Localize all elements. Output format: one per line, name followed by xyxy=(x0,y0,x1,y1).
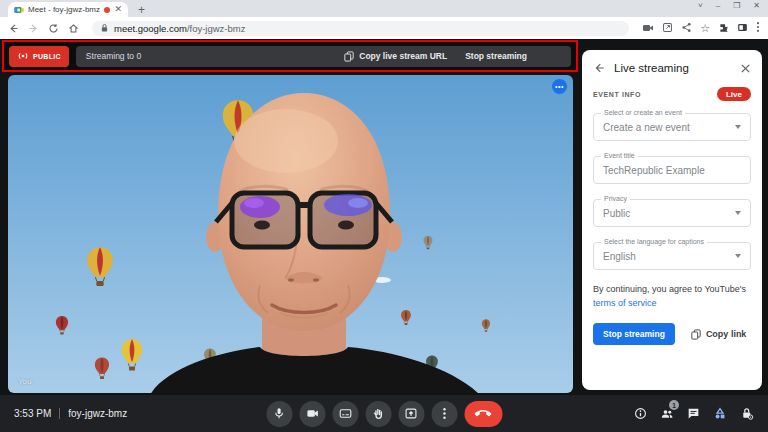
live-badge: Live xyxy=(717,87,751,101)
event-select-field[interactable]: Select or create an event Create a new e… xyxy=(593,113,751,141)
window-restore-down-icon[interactable]: ˅ xyxy=(698,2,703,10)
copy-link-button[interactable]: Copy link xyxy=(691,329,747,340)
info-icon xyxy=(634,407,647,420)
participants-count-badge: 1 xyxy=(669,400,679,410)
window-maximize-icon[interactable]: ❒ xyxy=(733,2,740,10)
url-bar[interactable]: meet.google.com/foy-jgwz-bmz xyxy=(92,21,629,36)
captions-language-field[interactable]: Select the language for captions English xyxy=(593,242,751,270)
browser-window: Meet - foy-jgwz-bmz ✕ + ˅ – ❒ ✕ meet.goo… xyxy=(0,0,768,432)
chevron-down-icon xyxy=(735,125,741,129)
you-label: You xyxy=(18,377,32,386)
meet-page: PUBLIC Streaming to 0 Copy live stream U… xyxy=(0,39,768,432)
recording-dot-icon xyxy=(104,7,110,13)
microphone-icon xyxy=(273,407,286,420)
balloon xyxy=(87,247,113,286)
activities-icon xyxy=(713,407,727,420)
lock-icon xyxy=(100,23,109,33)
camera-in-use-icon[interactable] xyxy=(642,19,654,37)
participants-button[interactable]: 1 xyxy=(660,407,674,420)
window-close-icon[interactable]: ✕ xyxy=(753,2,760,10)
end-call-icon xyxy=(475,405,492,422)
browser-tab[interactable]: Meet - foy-jgwz-bmz ✕ xyxy=(8,2,128,17)
present-screen-icon xyxy=(405,407,418,420)
url-text: meet.google.com/foy-jgwz-bmz xyxy=(114,23,245,34)
copy-live-stream-url-button[interactable]: Copy live stream URL xyxy=(344,51,447,62)
chat-icon xyxy=(687,407,700,420)
host-controls-button[interactable] xyxy=(740,407,754,420)
copy-icon xyxy=(691,329,701,340)
balloon xyxy=(482,319,490,332)
meeting-details-button[interactable] xyxy=(634,407,647,420)
back-icon[interactable] xyxy=(593,62,605,74)
panel-title: Live streaming xyxy=(614,62,731,74)
side-panel-icon[interactable] xyxy=(737,19,748,37)
new-tab-button[interactable]: + xyxy=(138,4,145,16)
tab-title: Meet - foy-jgwz-bmz xyxy=(28,5,100,14)
balloon xyxy=(424,236,433,249)
annotation-highlight: PUBLIC Streaming to 0 Copy live stream U… xyxy=(2,40,578,72)
tab-close-icon[interactable]: ✕ xyxy=(114,5,122,14)
chevron-down-icon xyxy=(735,254,741,258)
video-more-options-button[interactable]: ••• xyxy=(552,79,567,94)
event-info-label: EVENT INFO xyxy=(593,91,641,98)
public-label: PUBLIC xyxy=(33,53,61,60)
leave-call-button[interactable] xyxy=(464,401,502,427)
more-options-button[interactable] xyxy=(431,401,457,427)
browser-menu-icon[interactable] xyxy=(756,19,760,37)
present-screen-button[interactable] xyxy=(398,401,424,427)
reload-icon[interactable] xyxy=(48,23,59,34)
privacy-field[interactable]: Privacy Public xyxy=(593,199,751,227)
self-video-tile: You ••• xyxy=(8,75,573,393)
terms-of-service-link[interactable]: terms of service xyxy=(593,298,657,308)
more-options-icon xyxy=(442,407,446,420)
edit-in-window-icon[interactable] xyxy=(662,19,673,37)
stream-banner: Streaming to 0 Copy live stream URL Stop… xyxy=(76,46,571,67)
raise-hand-icon xyxy=(372,407,385,420)
clock-time: 3:53 PM xyxy=(14,408,51,419)
stream-status: Streaming to 0 xyxy=(86,51,141,61)
copy-icon xyxy=(344,51,354,62)
captions-button[interactable] xyxy=(332,401,358,427)
captions-icon xyxy=(338,407,352,420)
balloon xyxy=(122,339,143,370)
back-icon[interactable] xyxy=(8,23,19,34)
event-title-field[interactable]: Event title TechRepublic Example xyxy=(593,156,751,184)
live-streaming-panel: Live streaming EVENT INFO Live Select or… xyxy=(582,50,762,390)
balloon xyxy=(95,357,109,378)
terms-text: By continuing, you agree to YouTube's te… xyxy=(593,283,751,310)
window-minimize-icon[interactable]: – xyxy=(716,2,720,10)
chat-button[interactable] xyxy=(687,407,700,420)
chevron-down-icon xyxy=(735,211,741,215)
activities-button[interactable] xyxy=(713,407,727,420)
meeting-code: foy-jgwz-bmz xyxy=(68,408,127,419)
balloon xyxy=(56,316,68,334)
balloon xyxy=(401,310,411,325)
bookmark-star-icon[interactable]: ☆ xyxy=(700,23,710,34)
camera-icon xyxy=(305,407,319,420)
microphone-button[interactable] xyxy=(266,401,292,427)
camera-button[interactable] xyxy=(299,401,325,427)
close-icon[interactable] xyxy=(740,63,751,74)
divider xyxy=(59,408,60,419)
video-feed xyxy=(8,75,573,393)
host-controls-lock-icon xyxy=(740,407,754,420)
raise-hand-button[interactable] xyxy=(365,401,391,427)
share-icon[interactable] xyxy=(681,19,692,37)
tab-strip: Meet - foy-jgwz-bmz ✕ + ˅ – ❒ ✕ xyxy=(0,0,768,17)
extensions-icon[interactable] xyxy=(718,19,729,37)
stop-streaming-banner-button[interactable]: Stop streaming xyxy=(465,51,527,61)
stop-streaming-button[interactable]: Stop streaming xyxy=(593,323,675,345)
broadcast-icon xyxy=(17,52,29,60)
browser-toolbar: meet.google.com/foy-jgwz-bmz ☆ xyxy=(0,17,768,39)
meet-favicon-icon xyxy=(14,5,24,15)
public-status-badge: PUBLIC xyxy=(9,46,69,67)
forward-icon[interactable] xyxy=(28,23,39,34)
meeting-bottom-bar: 3:53 PM foy-jgwz-bmz xyxy=(0,395,768,432)
home-icon[interactable] xyxy=(68,23,79,34)
